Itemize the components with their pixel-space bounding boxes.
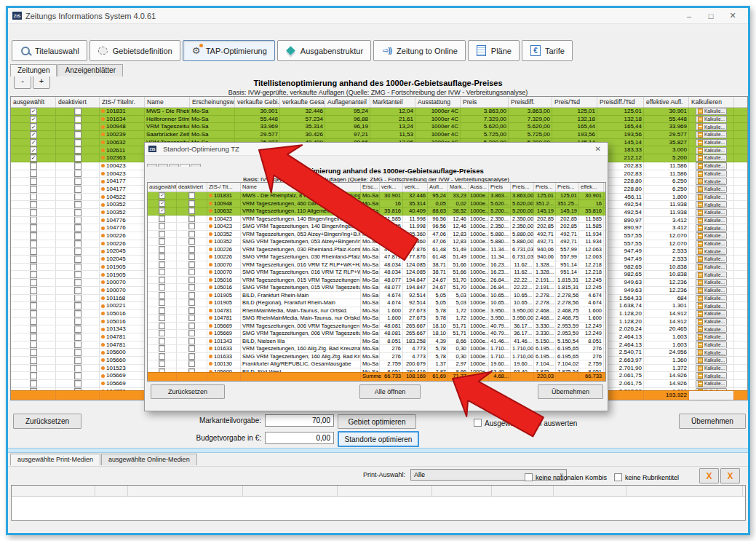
zuruecksetzen-button[interactable]: Zurücksetzen	[13, 414, 81, 429]
zoom-out-button[interactable]: -	[14, 75, 31, 89]
table-row[interactable]: 100948 VRM Tageszeitungen, 460 Darmstädt…	[148, 200, 605, 208]
ausgewaehlt-checkbox[interactable]	[30, 232, 37, 240]
table-row[interactable]: 101633 VRM Tageszeitungen, 160 Allg.Ztg.…	[148, 345, 605, 353]
deaktiviert-checkbox[interactable]	[74, 279, 81, 286]
ausgewaehlt-checkbox[interactable]	[159, 192, 165, 199]
ausgewaehlt-checkbox[interactable]	[159, 269, 165, 275]
kalkulieren-button[interactable]: Kalkulie...	[696, 325, 727, 333]
deaktiviert-checkbox[interactable]	[188, 216, 195, 222]
deaktiviert-checkbox[interactable]	[74, 357, 81, 364]
ausgewaehlt-checkbox[interactable]	[159, 200, 165, 207]
kalkulieren-button[interactable]: Kalkulie...	[696, 256, 727, 263]
column-header[interactable]: Ersc...	[361, 183, 380, 191]
deaktiviert-checkbox[interactable]	[74, 232, 81, 240]
ausgewaehlt-checkbox[interactable]	[30, 186, 37, 193]
kalkulieren-button[interactable]: Kalkulie...	[696, 201, 727, 208]
deaktiviert-checkbox[interactable]	[74, 287, 81, 294]
column-header[interactable]: deaktiviert	[56, 97, 100, 107]
table-row[interactable]: 100239 Saarbrücker Zeit... Mo-Sa 29.577 …	[11, 131, 747, 139]
budget-input[interactable]	[265, 432, 334, 444]
toolbar-tarife-button[interactable]: €Tarife	[522, 40, 573, 61]
ausgewaehlt-checkbox[interactable]	[30, 162, 37, 170]
deaktiviert-checkbox[interactable]	[74, 186, 81, 193]
kalkulieren-button[interactable]: Kalkulie...	[696, 154, 727, 162]
deaktiviert-checkbox[interactable]	[74, 248, 81, 255]
deaktiviert-checkbox[interactable]	[74, 365, 81, 372]
ausgewaehlt-checkbox[interactable]	[159, 368, 165, 372]
ausgewaehlt-checkbox[interactable]	[30, 146, 37, 154]
kalkulieren-button[interactable]: Kalkulie...	[696, 162, 727, 170]
ausgewaehlt-checkbox[interactable]	[30, 123, 37, 130]
ausgewaehlt-checkbox[interactable]	[30, 108, 37, 115]
column-header[interactable]: Preis...	[556, 183, 579, 191]
column-header[interactable]: Auflagenanteil	[325, 97, 370, 107]
column-header[interactable]	[554, 486, 626, 496]
deaktiviert-checkbox[interactable]	[74, 162, 81, 170]
ausgewaehlt-checkbox[interactable]	[30, 131, 37, 138]
deaktiviert-checkbox[interactable]	[74, 264, 81, 271]
deaktiviert-checkbox[interactable]	[188, 200, 195, 207]
ausgewaehlt-checkbox[interactable]	[30, 154, 37, 162]
kalkulieren-button[interactable]: Kalkulie...	[696, 131, 727, 138]
remove-selection-button[interactable]: X	[699, 468, 719, 483]
scroll-up-icon[interactable]: ▲	[148, 381, 159, 382]
ausgewaehlt-checkbox[interactable]	[159, 284, 165, 291]
deaktiviert-checkbox[interactable]	[188, 269, 195, 275]
table-row[interactable]: 100948 VRM Tageszeitun... Mo-Sa 33.969 3…	[11, 123, 747, 131]
table-row[interactable]: 100423 VRM Tageszeitungen, 140 Bingen/In…	[148, 216, 605, 224]
ausgewaehlt-checkbox[interactable]	[30, 209, 37, 216]
ausgewaehlt-checkbox[interactable]	[30, 248, 37, 255]
ausgewaehlt-checkbox[interactable]	[159, 261, 165, 268]
maximize-button[interactable]: □	[700, 12, 722, 20]
ausgewaehlt-checkbox[interactable]	[159, 307, 165, 314]
deaktiviert-checkbox[interactable]	[188, 192, 195, 199]
kalkulieren-button[interactable]: Kalkulie...	[696, 287, 727, 294]
deaktiviert-checkbox[interactable]	[74, 224, 81, 232]
toolbar-gebietsdefinition-button[interactable]: Gebietsdefinition	[89, 40, 180, 61]
kalkulieren-button[interactable]: Kalkulie...	[696, 318, 727, 325]
ausgewaehlt-checkbox[interactable]	[30, 194, 37, 201]
column-header[interactable]: Ausstattung	[415, 97, 461, 107]
column-header[interactable]: Kalkulieren	[689, 97, 734, 107]
deaktiviert-checkbox[interactable]	[74, 116, 81, 123]
kalkulieren-button[interactable]: Kalkulie...	[696, 194, 727, 201]
ausgewaehlt-checkbox[interactable]	[30, 240, 37, 248]
dialog-zuruecksetzen-button[interactable]: Zurücksetzen	[151, 384, 225, 399]
table-row[interactable]: 104781 RheinMainMedia, Main-Taunus, nur …	[148, 307, 605, 315]
deaktiviert-checkbox[interactable]	[188, 315, 195, 321]
table-row[interactable]: 100226 SMG VRM Tageszeitungen, 030 Rhein…	[148, 253, 605, 261]
column-header[interactable]	[95, 486, 128, 496]
table-row[interactable]: 100130 Frankfurter Allg/REPUBLIC, Gesamt…	[148, 360, 605, 368]
kalkulieren-button[interactable]: Kalkulie...	[696, 272, 727, 279]
ausgewaehlt-checkbox[interactable]	[30, 333, 37, 341]
ausgewaehlt-checkbox[interactable]	[159, 345, 165, 352]
deaktiviert-checkbox[interactable]	[74, 209, 81, 216]
kalkulieren-button[interactable]: Kalkulie...	[696, 178, 727, 185]
ausgewaehlt-checkbox[interactable]	[30, 372, 37, 379]
kalkulieren-button[interactable]: Kalkulie...	[696, 240, 727, 248]
ausgewaehlt-checkbox[interactable]	[159, 216, 165, 222]
kalkulieren-button[interactable]: Kalkulie...	[696, 209, 727, 216]
table-row[interactable]: 105669 VRM Tageszeitungen, 006 VRM Tages…	[148, 323, 605, 331]
ausgewaehlt-checkbox[interactable]	[30, 365, 37, 372]
toolbar-tap-optimierung-button[interactable]: ⚙TAP-Optimierung	[183, 40, 275, 61]
ausgewaehlt-checkbox[interactable]	[159, 315, 165, 321]
ausgewaehlt-checkbox[interactable]	[159, 338, 165, 344]
checkbox[interactable]	[614, 473, 622, 481]
column-header[interactable]	[338, 486, 432, 496]
ausgewaehlt-checkbox[interactable]	[30, 271, 37, 278]
column-header[interactable]: Preis	[489, 183, 511, 191]
minimize-button[interactable]: –	[678, 12, 700, 20]
table-row[interactable]: 100423 SMG VRM Tageszeitungen, 140 Binge…	[148, 223, 605, 231]
column-header[interactable]: verk...	[380, 183, 403, 191]
menu-item[interactable]	[63, 30, 73, 33]
ausgewaehlt-checkbox[interactable]	[159, 253, 165, 260]
column-header[interactable]: ZIS-/ Tit...	[207, 183, 241, 191]
deaktiviert-checkbox[interactable]	[74, 380, 81, 387]
table-row[interactable]: 100070 VRM Tageszeitungen, 016 VRM TZ RL…	[148, 261, 605, 269]
column-header[interactable]: effek...	[579, 183, 604, 191]
menu-item[interactable]	[12, 30, 23, 33]
toolbar-ausgabenstruktur-button[interactable]: Ausgabenstruktur	[277, 40, 371, 61]
deaktiviert-checkbox[interactable]	[188, 353, 195, 360]
table-row[interactable]: 104781 SMG RheinMainMedia, Main-Taunus, …	[148, 315, 605, 323]
